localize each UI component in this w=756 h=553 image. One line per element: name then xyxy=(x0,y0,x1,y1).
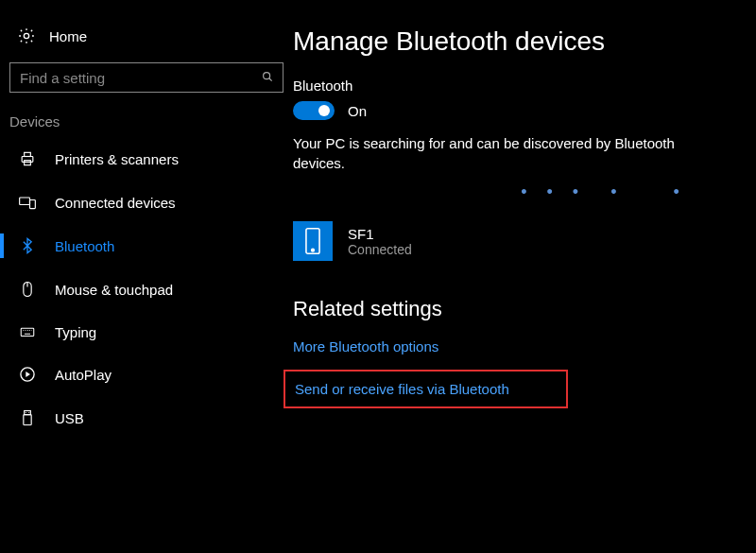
device-status: Connected xyxy=(348,242,412,257)
svg-rect-6 xyxy=(30,200,36,209)
sidebar-item-label: Typing xyxy=(55,324,96,340)
svg-point-1 xyxy=(264,73,270,79)
sidebar-item-mouse[interactable]: Mouse & touchpad xyxy=(0,268,293,311)
connected-devices-icon xyxy=(17,193,38,212)
printer-icon xyxy=(17,149,38,168)
keyboard-icon xyxy=(17,323,38,340)
send-receive-files-link[interactable]: Send or receive files via Bluetooth xyxy=(284,370,568,408)
phone-icon xyxy=(293,221,333,261)
device-name: SF1 xyxy=(348,226,412,242)
sidebar-item-label: Mouse & touchpad xyxy=(55,282,173,298)
bluetooth-toggle[interactable] xyxy=(293,101,335,120)
sidebar-item-label: Printers & scanners xyxy=(55,151,179,167)
sidebar-item-label: USB xyxy=(55,410,84,426)
search-container xyxy=(9,62,284,93)
related-settings-header: Related settings xyxy=(293,297,745,321)
svg-rect-3 xyxy=(25,152,31,156)
section-header: Devices xyxy=(0,108,293,137)
sidebar-item-printers[interactable]: Printers & scanners xyxy=(0,137,293,181)
svg-rect-4 xyxy=(25,161,31,165)
autoplay-icon xyxy=(17,365,38,384)
device-row[interactable]: SF1 Connected xyxy=(293,216,745,280)
search-icon xyxy=(261,70,274,83)
svg-rect-2 xyxy=(22,157,33,163)
search-status-text: Your PC is searching for and can be disc… xyxy=(293,133,690,173)
svg-point-13 xyxy=(312,249,315,251)
home-label: Home xyxy=(49,28,87,44)
usb-icon xyxy=(17,408,38,427)
sidebar-item-bluetooth[interactable]: Bluetooth xyxy=(0,224,293,268)
svg-rect-5 xyxy=(20,198,30,205)
sidebar-item-label: Bluetooth xyxy=(55,238,114,254)
sidebar-item-usb[interactable]: USB xyxy=(0,396,293,440)
toggle-knob xyxy=(318,105,330,116)
svg-rect-11 xyxy=(24,415,31,425)
progress-dots: • • • • • xyxy=(463,182,745,202)
sidebar-item-connected-devices[interactable]: Connected devices xyxy=(0,181,293,224)
page-title: Manage Bluetooth devices xyxy=(293,26,745,57)
mouse-icon xyxy=(17,280,38,299)
sidebar-item-label: AutoPlay xyxy=(55,367,112,383)
sidebar-item-typing[interactable]: Typing xyxy=(0,311,293,353)
sidebar-item-label: Connected devices xyxy=(55,195,176,211)
sidebar-item-autoplay[interactable]: AutoPlay xyxy=(0,353,293,396)
more-bluetooth-options-link[interactable]: More Bluetooth options xyxy=(293,338,745,354)
bluetooth-icon xyxy=(17,236,38,255)
toggle-state-text: On xyxy=(348,103,367,119)
bluetooth-label: Bluetooth xyxy=(293,78,745,94)
search-input[interactable] xyxy=(9,62,284,93)
svg-rect-8 xyxy=(21,328,34,336)
svg-point-0 xyxy=(24,33,28,38)
gear-icon xyxy=(17,26,36,45)
svg-rect-10 xyxy=(25,411,31,415)
home-nav[interactable]: Home xyxy=(0,26,293,62)
